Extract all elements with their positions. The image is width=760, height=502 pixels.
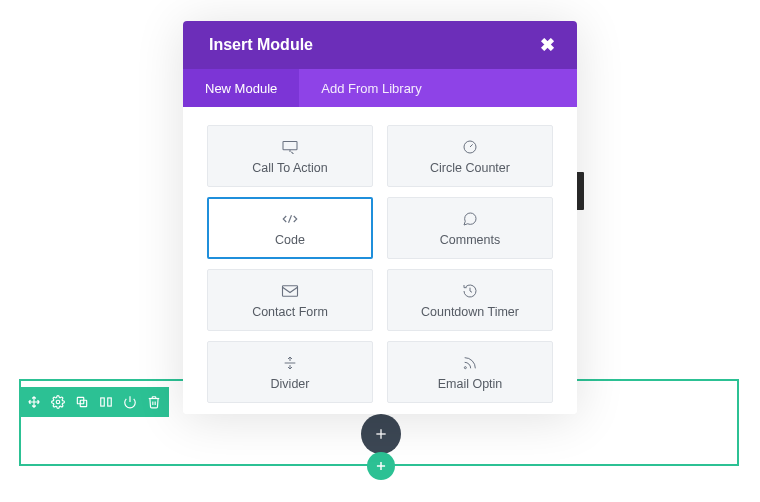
tab-add-from-library[interactable]: Add From Library — [299, 69, 443, 107]
chat-icon — [461, 210, 479, 228]
screen-pointer-icon — [281, 138, 299, 156]
tab-new-module[interactable]: New Module — [183, 69, 299, 107]
module-label: Contact Form — [252, 305, 328, 319]
power-icon[interactable] — [123, 395, 137, 409]
section-toolbar — [19, 387, 169, 417]
insert-module-modal: Insert Module ✖ New Module Add From Libr… — [183, 21, 577, 414]
gear-icon[interactable] — [51, 395, 65, 409]
scrollbar-indicator — [576, 172, 584, 210]
module-label: Code — [275, 233, 305, 247]
module-countdown-timer[interactable]: Countdown Timer — [387, 269, 553, 331]
modal-header: Insert Module ✖ — [183, 21, 577, 69]
module-comments[interactable]: Comments — [387, 197, 553, 259]
mail-icon — [281, 282, 299, 300]
move-icon[interactable] — [27, 395, 41, 409]
module-label: Circle Counter — [430, 161, 510, 175]
svg-rect-13 — [283, 285, 298, 296]
rss-icon — [461, 354, 479, 372]
module-call-to-action[interactable]: Call To Action — [207, 125, 373, 187]
code-icon — [281, 210, 299, 228]
modal-body: Call To Action Circle Counter Code Comme… — [183, 107, 577, 414]
columns-icon[interactable] — [99, 395, 113, 409]
gauge-icon — [461, 138, 479, 156]
module-label: Email Optin — [438, 377, 503, 391]
svg-line-12 — [289, 215, 292, 223]
module-grid: Call To Action Circle Counter Code Comme… — [207, 125, 553, 403]
module-divider[interactable]: Divider — [207, 341, 373, 403]
module-code[interactable]: Code — [207, 197, 373, 259]
module-email-optin[interactable]: Email Optin — [387, 341, 553, 403]
module-contact-form[interactable]: Contact Form — [207, 269, 373, 331]
add-row-button[interactable] — [361, 414, 401, 454]
module-label: Comments — [440, 233, 500, 247]
add-section-button[interactable] — [367, 452, 395, 480]
divider-icon — [281, 354, 299, 372]
modal-tabs: New Module Add From Library — [183, 69, 577, 107]
duplicate-icon[interactable] — [75, 395, 89, 409]
svg-rect-10 — [283, 141, 297, 149]
svg-rect-4 — [108, 398, 112, 406]
module-label: Call To Action — [252, 161, 328, 175]
svg-point-17 — [464, 366, 466, 368]
module-label: Countdown Timer — [421, 305, 519, 319]
module-label: Divider — [271, 377, 310, 391]
modal-title: Insert Module — [209, 36, 313, 54]
clock-history-icon — [461, 282, 479, 300]
svg-point-0 — [56, 400, 60, 404]
close-icon[interactable]: ✖ — [540, 34, 555, 56]
svg-rect-3 — [101, 398, 105, 406]
trash-icon[interactable] — [147, 395, 161, 409]
module-circle-counter[interactable]: Circle Counter — [387, 125, 553, 187]
